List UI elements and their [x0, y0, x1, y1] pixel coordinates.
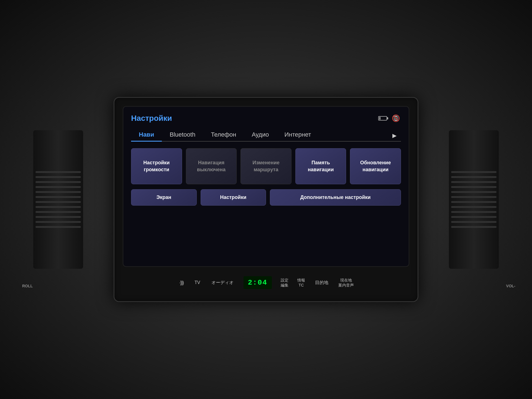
tab-telefon[interactable]: Телефон: [203, 128, 244, 141]
audio-btn[interactable]: オーディオ: [206, 277, 239, 288]
current-location-line2: 案内音声: [338, 283, 354, 288]
settings-edit-line1: 設定: [281, 278, 288, 283]
btn-nav-off: Навигация выключена: [186, 148, 237, 184]
tabs-row: Нави Bluetooth Телефон Аудио Интернет ▶: [131, 128, 401, 142]
info-tc-line1: 情報: [297, 278, 305, 283]
tab-next-arrow[interactable]: ▶: [388, 130, 401, 141]
tab-bluetooth[interactable]: Bluetooth: [162, 128, 203, 141]
destination-btn[interactable]: 目的地: [310, 277, 334, 288]
info-tc-btn[interactable]: 情報 TC: [293, 277, 310, 289]
info-tc-line2: TC: [299, 283, 304, 288]
tv-btn[interactable]: TV: [189, 277, 206, 288]
current-location-btn[interactable]: 現在地 案内音声: [334, 277, 358, 289]
btn-nav-update[interactable]: Обновление навигации: [350, 148, 401, 184]
side-label-right: VOL-: [506, 284, 515, 288]
header-icons: 📵: [378, 113, 401, 123]
btn-nav-memory[interactable]: Память навигации: [295, 148, 346, 184]
phone-crossed-icon: 📵: [391, 113, 401, 123]
side-label-left: ROLL: [22, 284, 33, 288]
car-surround: Настройки 📵 Нави Bluetooth Телефон Аудио…: [0, 0, 532, 399]
button-grid: Настройки громкости Навигация выключена …: [131, 148, 401, 184]
tab-internet[interactable]: Интернет: [277, 128, 319, 141]
clock-display: 2:04: [244, 276, 272, 289]
page-title: Настройки: [131, 114, 172, 123]
btn-route-change: Изменение маршрута: [241, 148, 291, 184]
btn-volume-settings[interactable]: Настройки громкости: [131, 148, 182, 184]
btn-extra-settings[interactable]: Дополнительные настройки: [270, 189, 401, 206]
settings-edit-btn[interactable]: 設定 編集: [276, 277, 293, 289]
battery-icon: [378, 116, 387, 121]
main-screen: Настройки 📵 Нави Bluetooth Телефон Аудио…: [123, 106, 409, 267]
bottom-row: Экран Настройки Дополнительные настройки: [131, 189, 401, 206]
radio-waves-btn[interactable]: ·))): [174, 277, 189, 288]
controls-bar: ·))) TV オーディオ 2:04 設定 編集 情報 TC 目的地 現在地 案…: [123, 272, 409, 293]
current-location-line1: 現在地: [340, 278, 352, 283]
tab-audio[interactable]: Аудио: [244, 128, 277, 141]
vent-right: [449, 130, 499, 269]
btn-screen[interactable]: Экран: [131, 189, 197, 206]
tab-navi[interactable]: Нави: [131, 128, 162, 141]
btn-settings[interactable]: Настройки: [201, 189, 266, 206]
vent-left: [33, 130, 83, 269]
header-row: Настройки 📵: [131, 113, 401, 123]
screen-unit: Настройки 📵 Нави Bluetooth Телефон Аудио…: [114, 97, 418, 302]
settings-edit-line2: 編集: [281, 283, 288, 288]
